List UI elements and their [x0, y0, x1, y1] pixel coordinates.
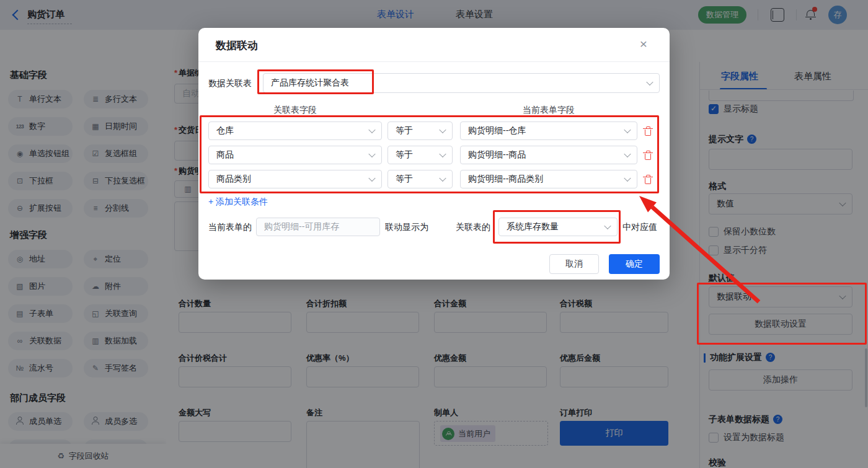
confirm-button[interactable]: 确定 [609, 254, 660, 274]
show-as-label: 联动显示为 [385, 222, 428, 233]
related-field-select[interactable]: 系统库存数量 [498, 218, 618, 236]
app-screen: 购货订单 表单设计 表单设置 数据管理 存 ⊘ 表单外链 ▣ 后端脚本 ▥ 数据… [0, 0, 868, 468]
condition-current-select[interactable]: 购货明细--商品类别 [460, 170, 637, 188]
current-field-input: 购货明细--可用库存 [256, 218, 380, 236]
condition-current-select[interactable]: 购货明细--商品 [460, 146, 637, 164]
condition-field-select[interactable]: 商品 [208, 146, 382, 164]
modal-divider [198, 61, 670, 62]
suffix-label: 中对应值 [622, 222, 657, 233]
condition-field-select[interactable]: 仓库 [208, 121, 382, 140]
delete-condition-icon[interactable] [644, 175, 652, 184]
add-condition-link[interactable]: + 添加关联条件 [208, 196, 268, 208]
linked-table-label: 数据关联表 [208, 78, 252, 89]
col-header-current-field: 当前表单字段 [499, 105, 598, 116]
modal-title: 数据联动 [216, 38, 258, 53]
condition-op-select[interactable]: 等于 [388, 170, 453, 188]
cancel-button[interactable]: 取消 [549, 254, 599, 274]
delete-condition-icon[interactable] [644, 151, 652, 160]
condition-current-select[interactable]: 购货明细--仓库 [460, 121, 637, 140]
close-icon[interactable]: × [636, 37, 651, 51]
data-linkage-modal: 数据联动 × 数据关联表 产品库存统计聚合表 关联表字段 当前表单字段 仓库 等… [198, 28, 670, 280]
condition-field-select[interactable]: 商品类别 [208, 170, 382, 188]
condition-op-select[interactable]: 等于 [388, 121, 453, 140]
col-header-linked-field: 关联表字段 [246, 105, 345, 116]
current-form-label: 当前表单的 [208, 222, 252, 233]
condition-op-select[interactable]: 等于 [388, 146, 453, 164]
delete-condition-icon[interactable] [644, 126, 652, 136]
linked-table-select[interactable]: 产品库存统计聚合表 [263, 73, 660, 93]
related-table-label: 关联表的 [456, 222, 490, 233]
